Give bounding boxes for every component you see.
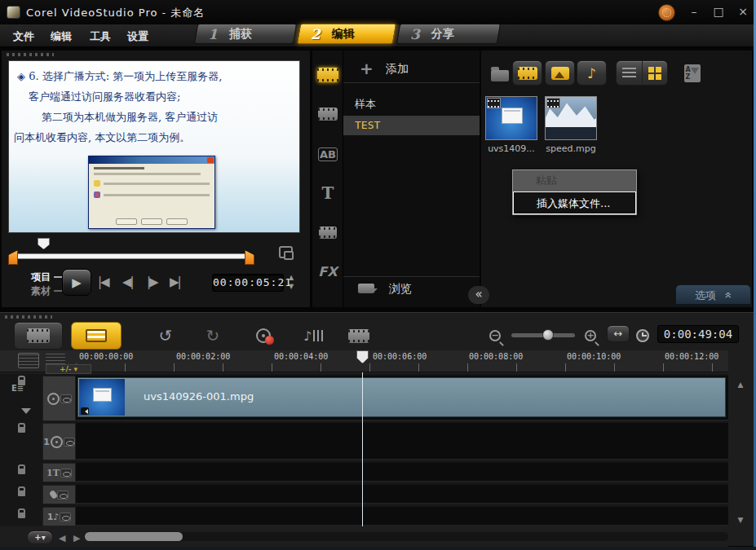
panel-grip[interactable] — [5, 315, 52, 319]
transition-category-button[interactable]: AB — [316, 144, 339, 164]
timecode-spin-down-icon[interactable]: ▼ — [286, 283, 296, 291]
track-manager-icon[interactable] — [18, 353, 39, 368]
zoom-out-button[interactable]: − — [485, 322, 505, 350]
enlarge-preview-icon[interactable] — [279, 246, 293, 258]
tracks-scroll-up-button[interactable]: ▲ — [734, 379, 747, 390]
show-audio-button[interactable]: ♪ — [577, 60, 607, 86]
show-videos-button[interactable] — [512, 60, 542, 86]
list-view-button[interactable] — [617, 61, 643, 85]
media-thumbnail-uvs[interactable] — [485, 96, 537, 140]
ruler-label: 00:00:02:00 — [176, 352, 230, 361]
overlay-track-lane[interactable] — [76, 423, 728, 460]
gallery-item-sample[interactable]: 样本 — [343, 95, 480, 114]
overlay-track-header[interactable]: 1 — [42, 423, 76, 460]
globe-icon — [94, 191, 100, 198]
prev-frame-button[interactable]: ◀| — [122, 275, 133, 289]
clip-name: uvs140926-001.mpg — [144, 390, 254, 403]
sound-mixer-button[interactable]: ♪ — [298, 322, 328, 350]
show-photos-button[interactable] — [545, 60, 575, 86]
panel-grip[interactable] — [7, 53, 54, 56]
lock-icon[interactable] — [18, 513, 25, 518]
next-frame-button[interactable]: |▶ — [147, 275, 157, 289]
expand-tracks-icon[interactable] — [21, 408, 31, 419]
preview-timecode[interactable]: 00:00:05:21 — [212, 274, 284, 292]
timeline-zoom-slider[interactable] — [511, 333, 575, 337]
tab-capture[interactable]: 1 捕获 — [194, 24, 297, 44]
play-button[interactable]: ▶ — [62, 269, 91, 296]
view-toggle-group — [616, 60, 668, 86]
menu-file[interactable]: 文件 — [13, 29, 34, 44]
minimize-button[interactable]: – — [683, 5, 705, 20]
scroll-right-button[interactable]: ▶ — [73, 533, 80, 543]
options-button[interactable]: 选项« — [675, 284, 751, 305]
menu-edit[interactable]: 编辑 — [51, 29, 72, 44]
close-button[interactable]: × — [732, 5, 754, 20]
zoom-in-button[interactable]: + — [581, 322, 600, 350]
voice-track-lane[interactable] — [76, 485, 728, 504]
timecode-spin-up-icon[interactable]: ▲ — [286, 274, 296, 282]
filter-category-button[interactable]: FX — [316, 262, 339, 281]
context-menu-paste[interactable]: 粘贴 — [513, 170, 636, 191]
video-track-lane[interactable]: uvs140926-001.mpg — [76, 376, 728, 421]
timeline-timecode[interactable]: 0:00:49:04 — [657, 325, 739, 343]
timeline-view-button[interactable] — [71, 322, 122, 350]
storyboard-view-button[interactable] — [14, 322, 63, 350]
trim-start-handle[interactable] — [8, 250, 18, 265]
lock-icon[interactable] — [18, 427, 25, 433]
thumbnail-view-button[interactable] — [643, 61, 668, 85]
media-thumbnail-speed[interactable] — [545, 96, 597, 140]
community-badge-icon[interactable] — [658, 4, 675, 21]
music-track-lane[interactable] — [76, 507, 728, 526]
scrubber-playhead[interactable] — [38, 238, 50, 249]
lock-icon[interactable] — [18, 491, 25, 496]
lock-icon[interactable] — [18, 469, 25, 474]
tab-edit-label: 编辑 — [332, 27, 355, 42]
end-button[interactable]: ▶| — [170, 275, 180, 289]
sort-button[interactable]: A Z — [677, 60, 707, 86]
redo-button[interactable]: ↻ — [201, 322, 225, 350]
eye-icon — [60, 513, 71, 521]
maximize-button[interactable]: □ — [708, 5, 729, 20]
timeline-clip[interactable]: uvs140926-001.mpg — [77, 377, 726, 417]
zoom-out-glyph: − — [491, 330, 498, 341]
painting-creator-button[interactable] — [343, 322, 375, 350]
menu-settings[interactable]: 设置 — [127, 29, 148, 44]
insert-track-button[interactable]: +▾ — [27, 530, 53, 544]
media-category-button[interactable] — [316, 65, 339, 85]
add-gallery-row[interactable]: + 添加 — [343, 55, 480, 83]
import-folder-button[interactable] — [484, 60, 515, 86]
clip-mode-label[interactable]: 素材 — [31, 284, 51, 298]
tab-share[interactable]: 3 分享 — [396, 24, 501, 44]
scroll-left-button[interactable]: ◀ — [59, 533, 65, 543]
gallery-item-test[interactable]: TEST — [343, 116, 480, 135]
undo-button[interactable]: ↺ — [153, 322, 178, 350]
title-track-header[interactable]: 1T — [42, 463, 76, 482]
home-button[interactable]: |◀ — [98, 275, 108, 289]
timeline-hscrollbar[interactable] — [85, 532, 728, 541]
clip-thumbnail — [79, 379, 125, 416]
zoom-slider-knob[interactable] — [542, 329, 554, 341]
project-duration-button[interactable] — [633, 322, 652, 350]
collapse-panel-button[interactable]: « — [468, 286, 489, 304]
music-track-header[interactable]: 1♪ — [42, 507, 76, 526]
tracks-scroll-down-button[interactable]: ▼ — [734, 514, 747, 526]
video-track-header[interactable] — [42, 376, 76, 421]
browse-row[interactable]: 浏览 — [343, 276, 480, 301]
project-mode-label[interactable]: 项目 — [31, 271, 51, 284]
fit-project-button[interactable]: ↔ — [607, 325, 630, 342]
graphics-category-button[interactable] — [316, 222, 339, 242]
track-toggle-button[interactable]: +/- ▾ — [46, 364, 91, 374]
trim-end-handle[interactable] — [245, 250, 254, 265]
record-capture-button[interactable] — [249, 322, 278, 350]
preview-video-frame[interactable]: ◈ 6. 选择广播方式: 第一项为上传至服务器, 客户端通过访问服务器收看内容;… — [8, 60, 300, 233]
menu-tools[interactable]: 工具 — [90, 29, 111, 44]
title-track-lane[interactable] — [76, 463, 728, 482]
title-category-button[interactable]: T — [316, 183, 339, 203]
instant-project-button[interactable] — [316, 104, 339, 124]
context-menu-insert-media[interactable]: 插入媒体文件... — [513, 191, 636, 214]
timeline-hscrollbar-thumb[interactable] — [85, 532, 183, 541]
voice-track-header[interactable] — [42, 485, 76, 504]
tab-edit[interactable]: 2 编辑 — [297, 24, 396, 44]
ripple-edit-icon[interactable]: E≡ — [11, 384, 24, 393]
scrub-track[interactable] — [16, 253, 246, 259]
